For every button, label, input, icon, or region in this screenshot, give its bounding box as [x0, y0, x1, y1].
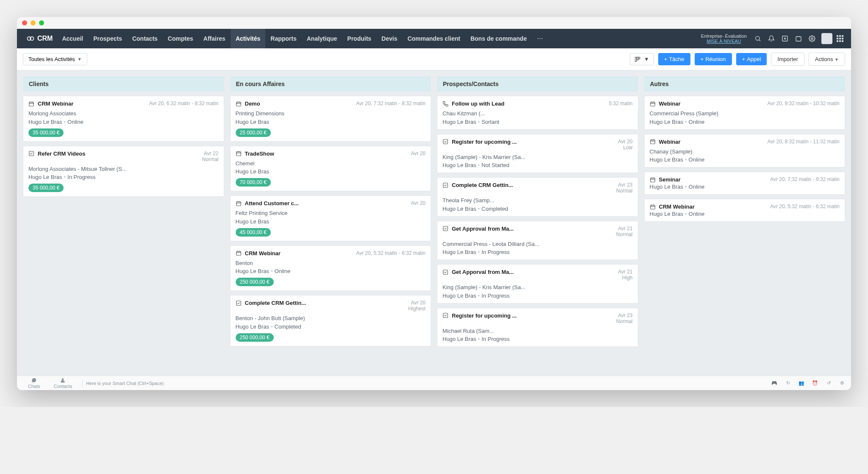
svg-rect-23 [236, 152, 241, 156]
clock-icon[interactable]: ⏰ [810, 379, 820, 388]
card-subtitle: Morlong Associates [28, 109, 219, 118]
svg-rect-18 [29, 151, 34, 156]
svg-rect-35 [236, 301, 241, 305]
card-subtitle: Commercial Press (Sample) [650, 109, 840, 118]
minimize-window-button[interactable] [31, 20, 36, 25]
plus-icon[interactable] [779, 33, 791, 45]
activity-card[interactable]: WebinarAvr 20, 9:32 matin - 10:32 matinC… [644, 96, 846, 130]
bell-icon[interactable] [765, 33, 777, 45]
nav-item-accueil[interactable]: Accueil [57, 29, 88, 48]
activity-card[interactable]: Complete CRM Gettin...Avr 23NormalTheola… [437, 177, 638, 217]
svg-rect-36 [443, 139, 448, 144]
card-meta: Avr 23Normal [616, 312, 633, 324]
card-owner-line: Hugo Le Bras•In Progress [28, 174, 219, 180]
card-title: CRM Webinar [659, 204, 695, 210]
nav-item-activités[interactable]: Activités [231, 29, 265, 48]
activity-card[interactable]: Register for upcoming ...Avr 23NormalMic… [437, 308, 638, 347]
card-subtitle: Benton - John Butt (Sample) [236, 314, 426, 323]
actions-dropdown[interactable]: Actions ▼ [809, 53, 845, 66]
activity-card[interactable]: Get Apporval from Ma...Avr 21HighKing (S… [437, 264, 638, 304]
nav-item-affaires[interactable]: Affaires [198, 29, 231, 48]
activity-card[interactable]: Register for upcoming ...Avr 20LowKing (… [437, 134, 638, 173]
card-subtitle: Theola Frey (Samp... [442, 196, 633, 205]
card-subtitle: Chemel [236, 159, 426, 168]
card-meta: Avr 21High [618, 269, 632, 281]
brand-text: CRM [37, 35, 53, 42]
card-title: CRM Webinar [245, 250, 281, 257]
activity-card[interactable]: TradeShowAvr 20ChemelHugo Le Bras70 000,… [230, 146, 431, 192]
activity-card[interactable]: CRM WebinarAvr 20, 5:32 matin - 6:32 mat… [644, 199, 846, 222]
card-title: Webinar [659, 100, 681, 107]
card-subtitle: Michael Ruta (Sam... [442, 327, 633, 335]
svg-rect-7 [796, 36, 801, 41]
card-meta: Avr 23Normal [616, 182, 633, 194]
settings-icon[interactable]: ⚙ [837, 379, 847, 388]
add-meeting-button[interactable]: + Réunion [695, 53, 732, 65]
card-meta: 5:32 matin [609, 100, 632, 106]
close-window-button[interactable] [22, 20, 27, 25]
card-meta: Avr 20Highest [408, 300, 426, 312]
sync-icon[interactable]: ↻ [783, 379, 793, 388]
activity-card[interactable]: WebinarAvr 20, 8:32 matin - 11:32 matinC… [644, 134, 846, 168]
activity-card[interactable]: Follow up with Lead5:32 matinChau Kitzma… [437, 96, 638, 130]
svg-point-57 [62, 378, 64, 380]
activity-card[interactable]: CRM WebinarAvr 20, 6:32 matin - 8:32 mat… [23, 96, 224, 142]
chats-tab[interactable]: Chats [21, 377, 47, 389]
activity-card[interactable]: Get Approval from Ma...Avr 21NormalComme… [437, 221, 638, 260]
activity-card[interactable]: DemoAvr 20, 7:32 matin - 8:32 matinPrint… [230, 96, 431, 142]
card-title: TradeShow [245, 151, 274, 157]
nav-item-analytique[interactable]: Analytique [302, 29, 342, 48]
add-task-button[interactable]: + Tâche [658, 53, 690, 65]
card-owner-line: Hugo Le Bras•Online [650, 211, 840, 217]
nav-item-devis[interactable]: Devis [376, 29, 402, 48]
import-button[interactable]: Importer [771, 53, 804, 66]
kanban-column: AutresWebinarAvr 20, 9:32 matin - 10:32 … [644, 76, 846, 222]
kanban-column: ClientsCRM WebinarAvr 20, 6:32 matin - 8… [23, 76, 224, 197]
add-call-button[interactable]: + Appel [736, 53, 767, 65]
svg-rect-41 [650, 102, 655, 106]
window-titlebar [17, 17, 851, 29]
bottom-bar: Chats Contacts Here is your Smart Chat (… [17, 376, 851, 390]
filter-dropdown[interactable]: Toutes les Activités ▼ [23, 53, 87, 65]
nav-item-produits[interactable]: Produits [342, 29, 376, 48]
card-title: Complete CRM Gettin... [245, 300, 306, 306]
user-avatar[interactable] [821, 33, 832, 44]
nav-item-comptes[interactable]: Comptes [163, 29, 198, 48]
card-title: Webinar [659, 139, 681, 145]
maximize-window-button[interactable] [39, 20, 44, 25]
nav-item-contacts[interactable]: Contacts [127, 29, 163, 48]
card-owner-line: Hugo Le Bras•In Progress [442, 293, 633, 299]
contacts-tab[interactable]: Contacts [47, 377, 79, 389]
history-icon[interactable]: ↺ [824, 379, 833, 388]
nav-more-button[interactable]: ⋯ [532, 35, 548, 42]
upgrade-line: Entreprise- Évaluation [701, 33, 747, 39]
card-title: Register for upcoming ... [452, 312, 517, 319]
nav-item-rapports[interactable]: Rapports [265, 29, 301, 48]
brand-logo[interactable]: CRM [22, 34, 57, 43]
card-owner-line: Hugo Le Bras•Online [650, 156, 840, 163]
gamepad-icon[interactable]: 🎮 [770, 379, 779, 388]
kanban-column: Prospects/ContactsFollow up with Lead5:3… [437, 76, 638, 347]
card-meta: Avr 20 [411, 151, 426, 156]
nav-item-prospects[interactable]: Prospects [88, 29, 127, 48]
kanban-view-button[interactable]: ▼ [630, 53, 654, 65]
calendar-icon[interactable] [793, 33, 804, 45]
apps-grid-icon[interactable] [834, 33, 846, 45]
nav-item-bons-de-commande[interactable]: Bons de commande [465, 29, 532, 48]
activity-card[interactable]: SeminarAvr 20, 7:32 matin - 9:32 matinHu… [644, 172, 846, 195]
search-icon[interactable] [752, 33, 764, 45]
activity-card[interactable]: Complete CRM Gettin...Avr 20HighestBento… [230, 295, 431, 346]
card-meta: Avr 20Low [618, 139, 632, 151]
column-header: Prospects/Contacts [437, 76, 638, 92]
activity-card[interactable]: CRM WebinarAvr 20, 5:32 matin - 6:32 mat… [230, 245, 431, 291]
card-meta: Avr 20 [411, 200, 426, 206]
nav-item-commandes-client[interactable]: Commandes client [402, 29, 465, 48]
card-title: Demo [245, 100, 260, 107]
gear-icon[interactable] [806, 33, 818, 45]
people-icon[interactable]: 👥 [797, 379, 806, 388]
activity-card[interactable]: Attend Customer c...Avr 20Feltz Printing… [230, 195, 431, 241]
svg-rect-31 [236, 251, 241, 255]
activity-card[interactable]: Refer CRM VideosAvr 22NormalMorlong Asso… [23, 146, 224, 197]
upgrade-link[interactable]: MISE À NIVEAU [707, 39, 741, 44]
card-title: Register for upcoming ... [452, 139, 517, 145]
